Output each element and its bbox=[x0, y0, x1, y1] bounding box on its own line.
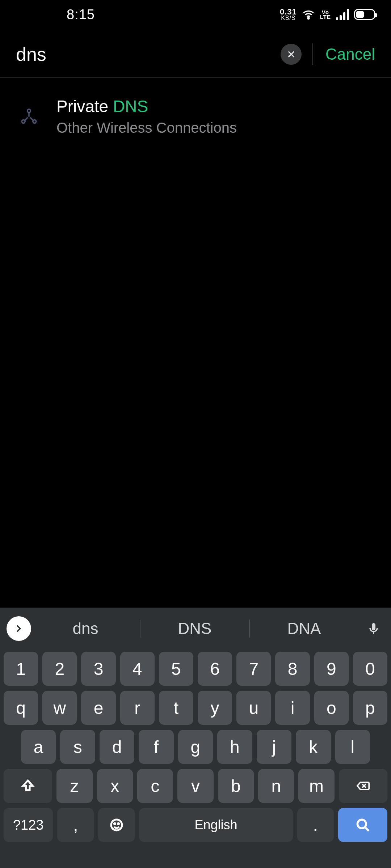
key-0[interactable]: 0 bbox=[353, 652, 387, 686]
vertical-separator bbox=[312, 43, 313, 65]
key-8[interactable]: 8 bbox=[275, 652, 310, 686]
shift-icon bbox=[21, 779, 35, 793]
key-z[interactable]: z bbox=[56, 769, 92, 803]
key-i[interactable]: i bbox=[275, 691, 310, 725]
clock: 8:15 bbox=[67, 7, 95, 22]
suggestion-bar: dns DNS DNA bbox=[0, 608, 391, 650]
expand-button[interactable] bbox=[7, 616, 31, 641]
signal-icon bbox=[336, 9, 349, 20]
key-w[interactable]: w bbox=[42, 691, 77, 725]
svg-point-11 bbox=[357, 820, 366, 828]
result-subtitle: Other Wireless Connections bbox=[56, 120, 237, 136]
network-icon bbox=[16, 103, 42, 129]
key-1[interactable]: 1 bbox=[4, 652, 38, 686]
key-u[interactable]: u bbox=[236, 691, 271, 725]
key-g[interactable]: g bbox=[178, 730, 213, 764]
key-row-q: qwertyuiop bbox=[4, 691, 387, 725]
search-input[interactable] bbox=[16, 43, 281, 65]
keyboard: dns DNS DNA 1234567890 qwertyuiop asdfgh… bbox=[0, 608, 391, 868]
key-o[interactable]: o bbox=[314, 691, 349, 725]
search-icon bbox=[355, 817, 371, 833]
svg-rect-4 bbox=[372, 623, 375, 630]
key-f[interactable]: f bbox=[139, 730, 173, 764]
key-3[interactable]: 3 bbox=[81, 652, 115, 686]
suggestion-1[interactable]: dns bbox=[31, 620, 140, 638]
key-row-bottom: ?123 , English . bbox=[4, 808, 387, 842]
comma-key[interactable]: , bbox=[57, 808, 94, 842]
svg-point-0 bbox=[308, 17, 309, 19]
key-7[interactable]: 7 bbox=[236, 652, 271, 686]
close-icon: ✕ bbox=[287, 48, 296, 61]
search-header: ✕ Cancel bbox=[0, 29, 391, 78]
key-row-numbers: 1234567890 bbox=[4, 652, 387, 686]
emoji-key[interactable] bbox=[98, 808, 135, 842]
key-v[interactable]: v bbox=[177, 769, 213, 803]
key-2[interactable]: 2 bbox=[42, 652, 77, 686]
key-x[interactable]: x bbox=[97, 769, 133, 803]
volte-icon: Vo LTE bbox=[320, 10, 331, 20]
svg-line-12 bbox=[365, 827, 369, 831]
period-key[interactable]: . bbox=[297, 808, 334, 842]
key-d[interactable]: d bbox=[100, 730, 134, 764]
key-s[interactable]: s bbox=[60, 730, 95, 764]
symbols-key[interactable]: ?123 bbox=[4, 808, 53, 842]
search-key[interactable] bbox=[338, 808, 387, 842]
svg-point-9 bbox=[114, 823, 115, 824]
search-results: Private DNS Other Wireless Connections bbox=[0, 78, 391, 144]
svg-point-1 bbox=[28, 109, 31, 112]
space-key[interactable]: English bbox=[139, 808, 293, 842]
shift-key[interactable] bbox=[4, 769, 52, 803]
suggestion-3[interactable]: DNA bbox=[249, 620, 358, 638]
key-r[interactable]: r bbox=[120, 691, 155, 725]
wifi-icon bbox=[302, 8, 315, 21]
key-b[interactable]: b bbox=[218, 769, 254, 803]
key-a[interactable]: a bbox=[21, 730, 56, 764]
svg-point-3 bbox=[33, 120, 36, 123]
data-rate: 0.31 KB/S bbox=[280, 8, 297, 21]
key-9[interactable]: 9 bbox=[314, 652, 349, 686]
key-y[interactable]: y bbox=[198, 691, 232, 725]
emoji-icon bbox=[109, 818, 124, 832]
mic-button[interactable] bbox=[363, 621, 384, 636]
key-k[interactable]: k bbox=[296, 730, 331, 764]
cancel-button[interactable]: Cancel bbox=[325, 45, 375, 63]
key-c[interactable]: c bbox=[137, 769, 173, 803]
backspace-key[interactable] bbox=[339, 769, 387, 803]
key-l[interactable]: l bbox=[335, 730, 370, 764]
key-6[interactable]: 6 bbox=[198, 652, 232, 686]
key-p[interactable]: p bbox=[353, 691, 387, 725]
svg-point-2 bbox=[22, 120, 25, 123]
key-4[interactable]: 4 bbox=[120, 652, 155, 686]
key-j[interactable]: j bbox=[257, 730, 291, 764]
key-t[interactable]: t bbox=[159, 691, 193, 725]
key-m[interactable]: m bbox=[298, 769, 334, 803]
key-row-a: asdfghjkl bbox=[4, 730, 387, 764]
key-e[interactable]: e bbox=[81, 691, 115, 725]
result-title: Private DNS bbox=[56, 97, 237, 116]
battery-icon bbox=[354, 9, 375, 20]
result-private-dns[interactable]: Private DNS Other Wireless Connections bbox=[0, 89, 391, 144]
key-row-z: zxcvbnm bbox=[4, 769, 387, 803]
backspace-icon bbox=[356, 779, 370, 793]
status-bar: 8:15 0.31 KB/S Vo LTE bbox=[0, 0, 391, 29]
svg-point-10 bbox=[118, 823, 119, 824]
clear-button[interactable]: ✕ bbox=[281, 44, 302, 65]
suggestion-2[interactable]: DNS bbox=[140, 620, 249, 638]
key-n[interactable]: n bbox=[258, 769, 294, 803]
chevron-right-icon bbox=[17, 626, 20, 631]
key-h[interactable]: h bbox=[217, 730, 252, 764]
key-q[interactable]: q bbox=[4, 691, 38, 725]
key-5[interactable]: 5 bbox=[159, 652, 193, 686]
